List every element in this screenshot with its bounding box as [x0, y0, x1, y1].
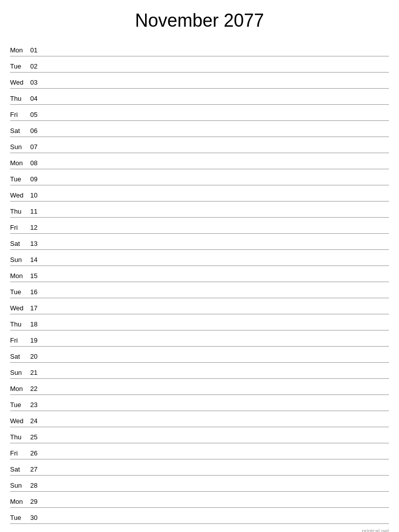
- day-number: 11: [30, 208, 45, 217]
- day-row: Wed24: [10, 411, 389, 427]
- day-row: Sun07: [10, 137, 389, 153]
- calendar-title: November 2077: [10, 10, 389, 31]
- day-name: Fri: [10, 449, 30, 459]
- day-row: Wed03: [10, 73, 389, 89]
- day-row: Mon08: [10, 153, 389, 169]
- day-number: 20: [30, 353, 45, 362]
- day-name: Sat: [10, 240, 30, 249]
- day-number: 02: [30, 62, 45, 72]
- day-row: Thu18: [10, 314, 389, 330]
- day-number: 16: [30, 288, 45, 298]
- day-row: Thu11: [10, 202, 389, 218]
- day-number: 04: [30, 95, 45, 104]
- day-number: 30: [30, 514, 45, 523]
- day-number: 25: [30, 433, 45, 443]
- day-row: Thu25: [10, 427, 389, 443]
- day-number: 24: [30, 417, 45, 427]
- day-row: Tue02: [10, 56, 389, 73]
- day-row: Wed10: [10, 185, 389, 202]
- day-number: 23: [30, 401, 45, 411]
- day-row: Sat13: [10, 234, 389, 250]
- day-name: Mon: [10, 46, 30, 56]
- day-number: 17: [30, 304, 45, 314]
- day-row: Sun21: [10, 363, 389, 379]
- day-number: 09: [30, 175, 45, 185]
- day-row: Sat20: [10, 347, 389, 363]
- day-name: Tue: [10, 288, 30, 298]
- day-number: 27: [30, 466, 45, 475]
- day-row: Tue30: [10, 508, 389, 524]
- day-number: 10: [30, 191, 45, 201]
- day-name: Sat: [10, 466, 30, 475]
- day-name: Tue: [10, 62, 30, 72]
- day-number: 01: [30, 46, 45, 56]
- day-number: 08: [30, 159, 45, 169]
- watermark: printcal.net: [362, 528, 389, 532]
- day-number: 18: [30, 320, 45, 330]
- day-number: 14: [30, 256, 45, 265]
- day-row: Fri12: [10, 218, 389, 234]
- day-row: Mon15: [10, 266, 389, 282]
- day-name: Mon: [10, 159, 30, 169]
- day-name: Sat: [10, 353, 30, 362]
- day-name: Mon: [10, 498, 30, 507]
- day-number: 15: [30, 272, 45, 282]
- day-name: Fri: [10, 111, 30, 120]
- day-name: Sat: [10, 127, 30, 137]
- day-row: Thu04: [10, 89, 389, 105]
- day-row: Wed17: [10, 298, 389, 314]
- day-name: Tue: [10, 175, 30, 185]
- day-row: Sun28: [10, 476, 389, 492]
- calendar-page: November 2077 Mon01Tue02Wed03Thu04Fri05S…: [0, 0, 399, 532]
- day-number: 05: [30, 111, 45, 120]
- day-number: 22: [30, 385, 45, 394]
- day-name: Thu: [10, 433, 30, 443]
- day-row: Fri05: [10, 105, 389, 121]
- day-name: Tue: [10, 401, 30, 411]
- day-number: 26: [30, 449, 45, 459]
- day-number: 21: [30, 369, 45, 378]
- day-row: Sat27: [10, 459, 389, 476]
- day-name: Thu: [10, 208, 30, 217]
- day-row: Mon22: [10, 379, 389, 395]
- day-name: Sun: [10, 143, 30, 153]
- day-row: Tue16: [10, 282, 389, 298]
- day-name: Sun: [10, 482, 30, 491]
- day-row: Fri26: [10, 443, 389, 459]
- day-number: 13: [30, 240, 45, 249]
- day-name: Tue: [10, 514, 30, 523]
- day-row: Fri19: [10, 330, 389, 347]
- day-name: Mon: [10, 272, 30, 282]
- day-name: Thu: [10, 320, 30, 330]
- day-row: Tue23: [10, 395, 389, 411]
- day-number: 03: [30, 79, 45, 88]
- day-number: 06: [30, 127, 45, 137]
- day-name: Fri: [10, 337, 30, 346]
- day-number: 07: [30, 143, 45, 153]
- day-name: Fri: [10, 224, 30, 233]
- day-row: Sat06: [10, 121, 389, 137]
- day-row: Mon01: [10, 40, 389, 56]
- day-name: Mon: [10, 385, 30, 394]
- day-row: Sun14: [10, 250, 389, 266]
- day-name: Wed: [10, 79, 30, 88]
- calendar-rows: Mon01Tue02Wed03Thu04Fri05Sat06Sun07Mon08…: [10, 40, 389, 524]
- day-row: Tue09: [10, 169, 389, 185]
- day-number: 19: [30, 337, 45, 346]
- day-name: Wed: [10, 417, 30, 427]
- day-row: Mon29: [10, 492, 389, 508]
- day-name: Sun: [10, 369, 30, 378]
- day-number: 29: [30, 498, 45, 507]
- day-name: Wed: [10, 191, 30, 201]
- day-number: 28: [30, 482, 45, 491]
- day-number: 12: [30, 224, 45, 233]
- day-name: Wed: [10, 304, 30, 314]
- day-name: Thu: [10, 95, 30, 104]
- day-name: Sun: [10, 256, 30, 265]
